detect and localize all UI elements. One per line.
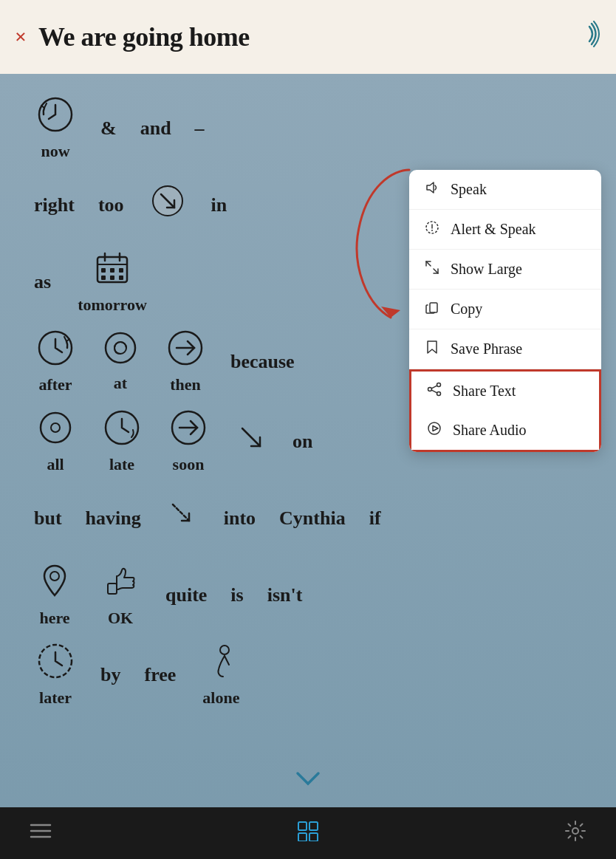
menu-item-show-large[interactable]: Show Large	[409, 250, 601, 290]
word-and-label: and	[140, 117, 171, 140]
word-all-label: all	[47, 455, 64, 474]
word-dash[interactable]: –	[183, 110, 216, 147]
dropdown-menu: Speak Alert & Speak	[409, 170, 601, 452]
word-after-label: after	[38, 375, 72, 394]
svg-rect-12	[119, 276, 123, 280]
person-icon	[204, 643, 238, 685]
svg-point-37	[428, 388, 432, 391]
word-ok[interactable]: OK	[87, 555, 154, 635]
calendar-icon	[94, 250, 131, 292]
clock-later-icon	[37, 643, 74, 685]
word-too-label: too	[98, 194, 124, 216]
word-if[interactable]: if	[357, 500, 393, 537]
svg-point-36	[437, 392, 441, 396]
svg-point-25	[50, 572, 59, 581]
word-on[interactable]: on	[281, 423, 324, 460]
svg-marker-41	[433, 426, 438, 431]
word-too[interactable]: too	[86, 187, 136, 224]
word-now-label: now	[41, 142, 69, 161]
clock-late-icon	[103, 409, 140, 452]
word-if-label: if	[369, 507, 381, 530]
svg-line-33	[434, 269, 438, 273]
word-alone[interactable]: alone	[188, 635, 254, 715]
menu-show-large-label: Show Large	[451, 261, 522, 278]
speaker-icon[interactable]	[575, 21, 601, 53]
word-as-label: as	[34, 271, 51, 293]
word-late-label: late	[109, 455, 134, 474]
icon-arrow-downright[interactable]	[136, 177, 199, 234]
word-tomorrow-label: tomorrow	[78, 295, 147, 315]
svg-rect-7	[101, 268, 106, 273]
word-row: here OK quite is isn't	[22, 555, 594, 635]
word-then-label: then	[170, 375, 201, 394]
settings-nav-icon[interactable]	[564, 820, 586, 847]
word-cynthia[interactable]: Cynthia	[267, 500, 357, 537]
word-as[interactable]: as	[22, 264, 63, 301]
menu-item-copy[interactable]: Copy	[409, 290, 601, 329]
word-because-label: because	[230, 351, 295, 373]
word-later[interactable]: later	[22, 635, 89, 715]
word-and-symbol[interactable]: &	[89, 110, 129, 147]
word-row: later by free alone	[22, 635, 594, 715]
svg-point-28	[220, 646, 229, 654]
expand-icon	[424, 260, 440, 278]
circle-icon	[37, 409, 74, 452]
word-here[interactable]: here	[22, 555, 87, 635]
svg-point-19	[51, 423, 60, 432]
svg-rect-26	[108, 583, 117, 594]
svg-rect-49	[309, 833, 318, 841]
menu-item-share-audio[interactable]: Share Audio	[409, 411, 601, 452]
menu-item-save-phrase[interactable]: Save Phrase	[409, 329, 601, 369]
word-quite[interactable]: quite	[154, 577, 219, 614]
word-but[interactable]: but	[22, 500, 74, 537]
word-into[interactable]: into	[212, 500, 267, 537]
word-in[interactable]: in	[199, 187, 239, 224]
word-dash-label: –	[195, 117, 205, 140]
svg-rect-48	[298, 833, 307, 841]
word-isnt[interactable]: isn't	[256, 577, 315, 614]
arrow-right-circle2-icon	[170, 409, 207, 452]
word-because[interactable]: because	[219, 343, 307, 380]
svg-rect-11	[110, 276, 114, 280]
chevron-down[interactable]	[295, 765, 321, 793]
svg-line-24	[173, 504, 189, 521]
word-but-label: but	[34, 507, 62, 530]
word-free[interactable]: free	[132, 657, 188, 694]
svg-point-50	[572, 828, 578, 834]
svg-line-38	[431, 386, 437, 389]
word-then[interactable]: then	[152, 322, 219, 402]
word-here-label: here	[39, 609, 69, 628]
word-having[interactable]: having	[74, 500, 153, 537]
word-and[interactable]: and	[129, 110, 183, 147]
word-soon[interactable]: soon	[155, 402, 222, 482]
arrow-down-right-icon	[151, 184, 185, 224]
svg-line-23	[242, 428, 260, 446]
close-button[interactable]: ×	[15, 27, 27, 47]
menu-share-audio-label: Share Audio	[453, 422, 526, 439]
word-by[interactable]: by	[89, 657, 132, 694]
word-at-label: at	[114, 374, 127, 393]
menu-item-alert-speak[interactable]: Alert & Speak	[409, 210, 601, 250]
menu-nav-icon[interactable]	[30, 821, 52, 845]
word-soon-label: soon	[173, 455, 205, 474]
word-now[interactable]: now	[22, 89, 89, 168]
menu-item-speak[interactable]: Speak	[409, 170, 601, 210]
word-tomorrow[interactable]: tomorrow	[63, 242, 162, 322]
icon-arrow-downright3[interactable]	[153, 493, 212, 544]
svg-rect-10	[101, 276, 106, 280]
word-late[interactable]: late	[89, 402, 155, 482]
word-right[interactable]: right	[22, 187, 86, 224]
menu-item-share-text[interactable]: Share Text	[409, 369, 601, 411]
word-is[interactable]: is	[219, 577, 255, 614]
word-after[interactable]: after	[22, 322, 89, 402]
word-quite-label: quite	[165, 584, 207, 606]
grid-nav-icon[interactable]	[297, 821, 319, 846]
word-alone-label: alone	[202, 688, 239, 708]
word-in-label: in	[211, 194, 227, 216]
icon-arrow-downright2[interactable]	[222, 415, 281, 468]
svg-point-31	[431, 230, 433, 231]
word-all[interactable]: all	[22, 402, 89, 482]
word-at[interactable]: at	[89, 324, 152, 400]
word-free-label: free	[144, 664, 176, 686]
clock-back-icon	[37, 96, 74, 139]
